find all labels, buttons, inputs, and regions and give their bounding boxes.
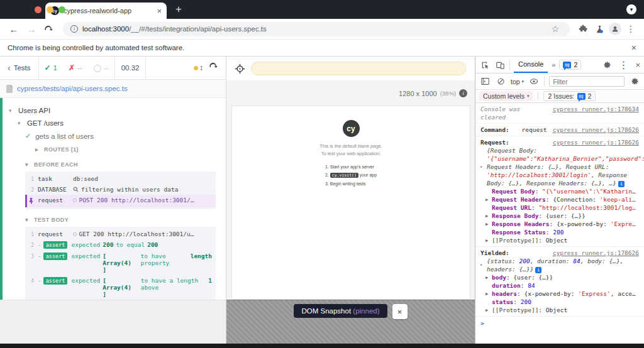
source-link[interactable]: cypress_runner.js:178634 [553, 105, 639, 113]
object-property[interactable]: duration: 84 [480, 281, 639, 290]
command-row-request[interactable]: 1 request ◯ GET 200 http://localhost:300… [25, 229, 216, 239]
context-selector[interactable]: top ▾ [511, 78, 524, 85]
object-property[interactable]: ▶Request Headers: {Connection: 'keep-ali… [480, 195, 639, 204]
selector-playground-input[interactable] [251, 62, 466, 75]
command-row-database[interactable]: 2 DATABASE filtering within users data [25, 184, 216, 195]
test-body-label: TEST BODY [34, 217, 69, 223]
console-filter-bar: Custom levels ▾ 2 Issues: ▤ 2 [475, 90, 644, 103]
source-link[interactable]: cypress_runner.js:178626 [553, 249, 639, 257]
source-link[interactable]: cypress_runner.js:178626 [553, 126, 639, 134]
snapshot-pinned-text: (pinned) [351, 307, 379, 315]
expand-caret-icon[interactable]: ▶ [486, 237, 488, 244]
object-preview[interactable]: ▾ {Request Body: '{"username":"Katharina… [480, 146, 639, 187]
refresh-icon [209, 63, 218, 72]
cy-visit-code-chip: cy.visit() [330, 173, 358, 178]
expand-caret-icon[interactable]: ▶ [486, 290, 488, 298]
console-sidebar-icon[interactable] [479, 77, 491, 85]
command-row-assert[interactable]: 2 - assert expected 200 to equal 200 [25, 239, 216, 251]
clear-console-icon[interactable] [495, 77, 506, 85]
object-property[interactable]: ▶Response Headers: {x-powered-by: 'Expre… [480, 220, 639, 228]
inspect-element-icon[interactable] [479, 61, 491, 69]
suite-users-api[interactable]: ▾ Users API [0, 104, 221, 117]
expand-caret-icon[interactable]: ▶ [486, 212, 488, 220]
command-row-assert[interactable]: 4 - assert expected [ Array(4) ] to have… [25, 275, 216, 300]
reload-button[interactable] [42, 23, 57, 34]
command-number: 1 [28, 231, 38, 237]
log-label: Yielded: [480, 249, 509, 256]
console-filter-input[interactable] [549, 76, 625, 87]
command-row-assert[interactable]: 3 - assert expected [ Array(4) ] to have… [25, 251, 216, 275]
bookmark-star-icon[interactable]: ☆ [548, 24, 562, 34]
object-property[interactable]: ▶[[Prototype]]: Object [480, 306, 639, 314]
before-each-section-header[interactable]: ▾ BEFORE EACH [0, 155, 221, 170]
snapshot-unpin-button[interactable]: × [392, 304, 408, 319]
log-levels-dropdown[interactable]: Custom levels ▾ [479, 91, 533, 101]
route-circle-icon: ◯ [73, 197, 76, 203]
object-property[interactable]: status: 200 [480, 298, 639, 306]
console-log-area[interactable]: cypress_runner.js:178634 Console was cle… [475, 103, 644, 344]
device-toolbar-icon[interactable] [494, 61, 506, 69]
console-message-command: cypress_runner.js:178626 Command: reques… [475, 124, 644, 136]
issues-pill[interactable]: 2 Issues: ▤ 2 [543, 91, 596, 101]
object-property[interactable]: ▶[[Prototype]]: Object [480, 236, 639, 244]
new-tab-button[interactable]: + [175, 3, 182, 16]
browser-window: cy cypress-realworld-app × + ▾ ← → i loc… [0, 0, 644, 348]
rerun-tests-button[interactable] [209, 63, 218, 73]
spec-file-row[interactable]: cypress/tests/api/api-users.spec.ts [0, 80, 226, 98]
profile-avatar-icon[interactable] [609, 23, 621, 35]
expand-caret-icon[interactable]: ▾ [480, 261, 482, 269]
site-info-icon[interactable]: i [70, 25, 78, 33]
minimize-window-button[interactable] [47, 6, 53, 13]
testing-flask-icon[interactable] [592, 24, 606, 34]
issues-bubble-icon: ▤ [563, 62, 571, 68]
command-number: 2 [28, 241, 38, 248]
browser-menu-icon[interactable]: ⋮ [624, 24, 638, 34]
test-tree: ▾ Users API ▾ GET /users ✓ gets a list o… [0, 98, 226, 300]
back-to-tests-button[interactable]: ‹ Tests [0, 57, 39, 79]
back-button[interactable]: ← [6, 24, 21, 35]
more-tabs-icon[interactable]: » [552, 61, 555, 68]
extensions-puzzle-icon[interactable] [576, 24, 590, 34]
maximize-window-button[interactable] [58, 6, 65, 13]
devtools-settings-icon[interactable] [601, 61, 613, 69]
console-prompt[interactable]: > [475, 317, 644, 330]
auto-scroll-toggle[interactable]: ↕ [194, 63, 203, 72]
test-gets-a-list-of-users[interactable]: ✓ gets a list of users [0, 129, 221, 143]
suite-get-users[interactable]: ▾ GET /users [0, 117, 221, 129]
selector-crosshair-icon[interactable] [235, 64, 245, 73]
devtools-menu-icon[interactable]: ⋮ [618, 59, 629, 71]
object-property[interactable]: ▶Response Body: {user: {…}} [480, 212, 639, 220]
object-property[interactable]: Request URL: "http://localhost:3001/log… [480, 204, 639, 212]
devtools-close-icon[interactable]: × [635, 60, 640, 70]
object-property[interactable]: ▶headers: {x-powered-by: 'Express', acce… [480, 290, 639, 298]
live-expression-eye-icon[interactable] [528, 77, 540, 85]
issues-counter-button[interactable]: ▤ 2 [559, 60, 581, 70]
expand-caret-icon[interactable]: ▶ [486, 307, 488, 314]
viewport-info-icon[interactable]: i [459, 89, 467, 97]
expand-caret-icon[interactable]: ▶ [486, 220, 488, 228]
console-settings-icon[interactable] [629, 77, 640, 85]
object-property[interactable]: Response Status: 200 [480, 228, 639, 236]
window-controls[interactable] [35, 6, 65, 13]
tab-console[interactable]: Console [514, 57, 548, 73]
expand-caret-icon[interactable]: ▶ [486, 274, 488, 281]
test-body-section-header[interactable]: ▾ TEST BODY [0, 212, 221, 226]
object-property[interactable]: ▶body: {user: {…}} [480, 273, 639, 281]
before-each-label: BEFORE EACH [34, 161, 78, 168]
automation-infobar: Chrome is being controlled by automated … [0, 39, 644, 57]
expand-caret-icon[interactable]: ▾ [480, 163, 482, 171]
object-preview[interactable]: ▾ {status: 200, duration: 84, body: {…},… [480, 257, 639, 273]
spec-file-link[interactable]: cypress/tests/api/api-users.spec.ts [17, 85, 128, 92]
routes-section-header[interactable]: ▸ ROUTES (1) [0, 143, 221, 155]
source-link[interactable]: cypress_runner.js:178626 [553, 138, 639, 146]
tab-close-icon[interactable]: × [157, 7, 162, 15]
expand-caret-icon[interactable]: ▶ [486, 196, 488, 204]
object-property[interactable]: Request Body: "{\"username\":\"Katharin… [480, 187, 639, 195]
infobar-close-icon[interactable]: × [631, 43, 636, 53]
forward-button[interactable]: → [24, 24, 39, 35]
window-profile-icon[interactable]: ▾ [626, 4, 636, 14]
close-window-button[interactable] [35, 6, 42, 13]
command-row-task[interactable]: 1 task db:seed [25, 173, 216, 184]
command-row-request-pinned[interactable]: request ◯ POST 200 http://localhost:3001… [25, 195, 216, 207]
address-bar[interactable]: i localhost:3000/__/#/tests/integration/… [63, 22, 570, 36]
